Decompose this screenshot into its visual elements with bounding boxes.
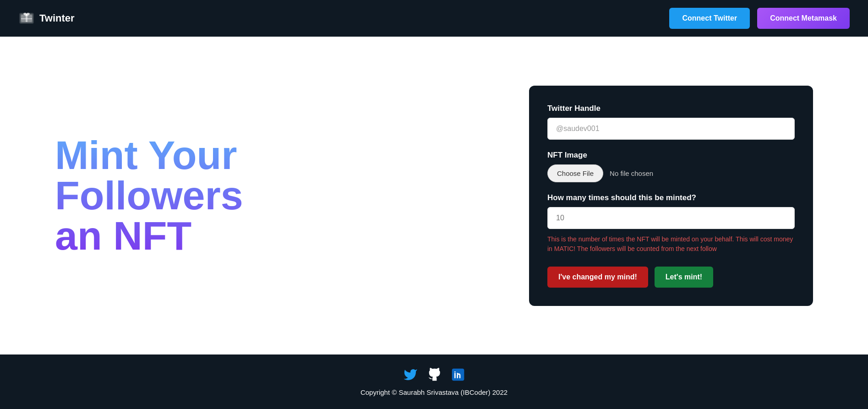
footer-twitter-link[interactable] — [403, 367, 418, 382]
github-icon — [427, 367, 442, 382]
connect-metamask-button[interactable]: Connect Metamask — [757, 8, 850, 29]
brand-icon — [18, 10, 35, 27]
mint-count-input[interactable] — [547, 207, 795, 229]
cancel-button[interactable]: I've changed my mind! — [547, 267, 648, 288]
twitter-handle-label: Twitter Handle — [547, 104, 795, 113]
linkedin-icon — [451, 367, 465, 382]
file-input-row: Choose File No file chosen — [547, 164, 795, 182]
no-file-text: No file chosen — [610, 169, 653, 177]
hero-title: Mint Your Followers an NFT — [55, 135, 502, 256]
footer-github-link[interactable] — [427, 367, 442, 382]
mint-button[interactable]: Let's mint! — [655, 267, 713, 288]
footer-copyright: Copyright © Saurabh Srivastava (IBCoder)… — [360, 388, 508, 396]
connect-twitter-button[interactable]: Connect Twitter — [669, 8, 750, 29]
hero-title-line1: Mint Your — [55, 132, 237, 178]
nft-image-label: NFT Image — [547, 151, 795, 160]
form-card: Twitter Handle NFT Image Choose File No … — [529, 86, 813, 306]
footer-linkedin-link[interactable] — [451, 367, 465, 382]
navbar: Twinter Connect Twitter Connect Metamask — [0, 0, 868, 37]
twitter-handle-input[interactable] — [547, 118, 795, 140]
main-content: Mint Your Followers an NFT Twitter Handl… — [0, 37, 868, 354]
svg-rect-4 — [21, 18, 32, 19]
svg-point-8 — [26, 14, 27, 16]
brand: Twinter — [18, 10, 75, 27]
navbar-buttons: Connect Twitter Connect Metamask — [669, 8, 850, 29]
choose-file-button[interactable]: Choose File — [547, 164, 603, 182]
brand-label: Twinter — [39, 12, 75, 24]
footer: Copyright © Saurabh Srivastava (IBCoder)… — [0, 354, 868, 409]
form-actions: I've changed my mind! Let's mint! — [547, 267, 795, 288]
hero-section: Mint Your Followers an NFT — [55, 135, 502, 256]
footer-icons — [403, 367, 465, 382]
mint-hint-text: This is the number of times the NFT will… — [547, 234, 795, 254]
mint-count-label: How many times should this be minted? — [547, 193, 795, 202]
svg-point-10 — [454, 371, 456, 373]
hero-title-line2: Followers — [55, 173, 243, 218]
twitter-icon — [403, 367, 418, 382]
hero-title-line3: an NFT — [55, 213, 191, 258]
